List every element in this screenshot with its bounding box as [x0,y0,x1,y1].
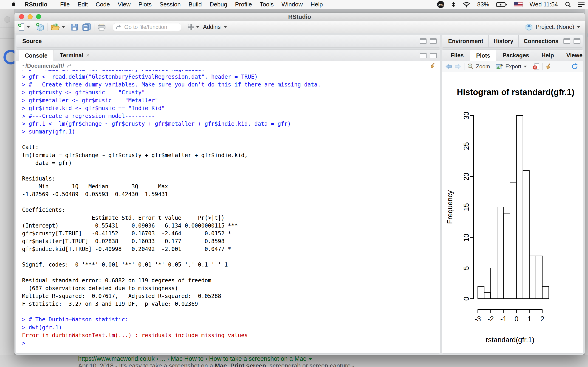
notification-center-icon[interactable] [578,2,585,7]
menu-items: FileEditCodeViewPlotsSessionBuildDebugPr… [60,1,323,8]
close-tab-icon[interactable]: × [86,52,90,59]
console-tabstrip: Console Terminal × [16,50,440,61]
line-app-icon[interactable]: LINE [437,1,444,8]
goto-file-function-box[interactable] [113,23,181,31]
snippet-segment: Mac. Print screen [215,362,266,367]
remove-plot-icon[interactable] [533,63,540,70]
background-circle [4,16,10,23]
console-line: Error in durbinWatsonTest.lm(...) : resi… [22,332,439,339]
console-pane-controls [420,50,437,61]
tab-terminal[interactable]: Terminal × [54,50,96,61]
input-source-flag-icon[interactable] [514,2,523,7]
tab-plots[interactable]: Plots [470,50,496,61]
divider [542,63,543,70]
tab-packages[interactable]: Packages [496,50,535,61]
menu-plots[interactable]: Plots [138,1,152,8]
plot-display-area: Histogram of rstandard(gfr.1)05101520253… [442,72,583,353]
tab-viewer[interactable]: Viewer [560,50,583,61]
menu-file[interactable]: File [60,1,70,8]
spotlight-search-icon[interactable] [565,1,571,8]
divider [48,23,48,31]
wifi-icon[interactable] [463,2,470,8]
console-line: > gfr <- read.delim("GlastonburyFestival… [22,73,439,81]
menu-view[interactable]: View [118,1,131,8]
svg-text:0: 0 [515,315,519,323]
restore-pane-icon[interactable] [420,38,426,44]
tab-connections[interactable]: Connections [519,35,563,47]
svg-text:-2: -2 [487,315,494,323]
source-pane-header[interactable]: Source [16,35,440,48]
rstudio-window: RStudio R [15,13,585,355]
tab-console[interactable]: Console [19,50,54,61]
previous-plot-icon[interactable] [445,64,452,69]
save-all-button[interactable] [82,23,91,31]
maximize-pane-icon[interactable] [430,53,437,58]
environment-pane-header[interactable]: EnvironmentHistoryConnections [442,35,583,48]
tab-history[interactable]: History [488,35,519,47]
export-plot-button[interactable]: Export [496,63,527,70]
menu-tools[interactable]: Tools [260,1,274,8]
divider [94,23,95,31]
window-title-bar[interactable]: RStudio [15,13,585,21]
goto-file-function-input[interactable] [124,24,178,31]
apple-menu-icon[interactable] [10,1,15,8]
console-output-area[interactable]: > #----Read in data for Glastonbury Fest… [16,70,440,353]
loading-ring-icon [0,41,15,110]
active-app-name[interactable]: RStudio [25,1,48,8]
menu-window[interactable]: Window [282,1,303,8]
project-menu-button[interactable]: R Project: (None) [525,23,580,31]
tab-environment[interactable]: Environment [443,35,488,47]
result-dropdown-icon[interactable] [309,358,312,360]
menu-profile[interactable]: Profile [235,1,252,8]
chevron-down-icon[interactable] [27,26,30,28]
next-plot-icon[interactable] [455,64,461,69]
zoom-window-button[interactable] [36,14,41,19]
addins-button[interactable]: Addins [199,24,227,30]
chevron-down-icon[interactable] [196,26,199,28]
new-file-icon [18,23,25,31]
chevron-down-icon[interactable] [62,26,65,28]
save-icon [71,23,78,31]
new-file-button[interactable] [18,23,30,31]
menu-bar-clock[interactable]: Wed 11:54 [530,1,558,8]
window-title: RStudio [15,13,585,21]
source-pane-title: Source [22,38,42,44]
save-button[interactable] [71,23,78,31]
menu-help[interactable]: Help [311,1,323,8]
bluetooth-icon[interactable] [451,1,456,8]
tab-console-label: Console [25,52,48,59]
console-line: > summary(gfr.1) [22,128,439,135]
divider [109,23,109,31]
console-line: gfr$indie.kid[T.TRUE] -0.40998 0.20492 -… [22,245,439,253]
battery-charging-icon[interactable] [496,2,507,7]
menu-build[interactable]: Build [189,1,202,8]
clear-all-plots-broom-icon[interactable] [545,63,552,70]
pane-layout-button[interactable] [188,24,199,31]
close-window-button[interactable] [19,14,24,19]
zoom-plot-button[interactable]: Zoom [467,63,490,70]
snippet-segment: Apr 10, 2018 - It's easy to take a scree… [78,362,215,367]
menu-code[interactable]: Code [95,1,110,8]
chevron-down-icon [524,66,527,67]
svg-text:Frequency: Frequency [446,190,454,224]
new-project-button[interactable]: R [36,23,45,31]
restore-pane-icon[interactable] [563,38,570,44]
goto-directory-arrow-icon[interactable] [66,63,72,68]
minimize-window-button[interactable] [27,14,33,19]
refresh-plot-icon[interactable] [571,63,578,70]
console-line: -1.82569 -0.50489 0.05593 0.42430 1.5943… [22,190,439,198]
tab-help[interactable]: Help [535,50,560,61]
print-button[interactable] [97,23,106,31]
tab-files[interactable]: Files [444,50,470,61]
search-result-snippet: Apr 10, 2018 - It's easy to take a scree… [78,362,355,367]
background-window-right-strip: + [585,9,588,358]
minimize-pane-icon[interactable] [420,53,426,58]
maximize-pane-icon[interactable] [430,38,437,44]
menu-debug[interactable]: Debug [210,1,227,8]
maximize-pane-icon[interactable] [573,38,580,44]
menu-session[interactable]: Session [159,1,181,8]
open-file-button[interactable] [51,23,65,31]
search-result-url[interactable]: https://www.macworld.co.uk › ... › Mac H… [78,355,312,362]
clear-console-broom-icon[interactable] [430,63,436,69]
menu-edit[interactable]: Edit [78,1,88,8]
